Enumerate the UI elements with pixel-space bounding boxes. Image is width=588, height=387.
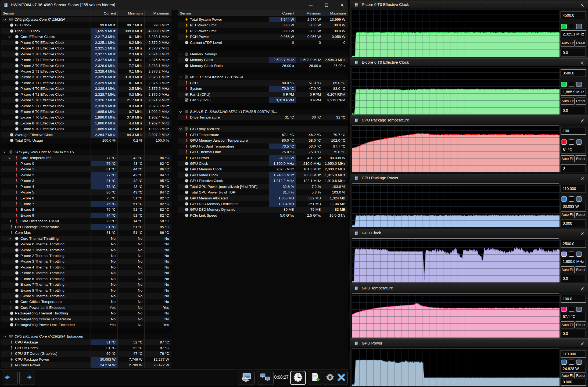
- minimize-button[interactable]: [305, 0, 317, 10]
- scale-max-input[interactable]: 100: [561, 127, 586, 135]
- chevron-down-icon[interactable]: [179, 127, 182, 130]
- sensor-row[interactable]: E-core 6 Thermal ThrottlingNoNoNo: [1, 276, 171, 282]
- maximize-button[interactable]: [320, 0, 333, 10]
- line-color-swatch[interactable]: [561, 82, 567, 87]
- graph-close-icon[interactable]: [579, 175, 585, 181]
- sensor-row[interactable]: PCH Power0.056 W0.056 W0.058 W: [178, 34, 348, 40]
- sensor-row[interactable]: E-core 9 T0 Effective Clock1,885.9 MHz0.…: [1, 126, 171, 132]
- system-summary-button[interactable]: [238, 371, 255, 385]
- scale-min-input[interactable]: 0.0: [561, 49, 586, 56]
- close-button[interactable]: [336, 0, 348, 10]
- sensor-row[interactable]: System70.0 °C47.0 °C83.0 °C: [178, 86, 348, 91]
- reset-button[interactable]: Reset: [575, 155, 586, 162]
- graph-close-icon[interactable]: [579, 60, 585, 66]
- sensor-row[interactable]: GPU Video Clock1,740.0 MHz765.0 MHz1,815…: [178, 172, 348, 178]
- scale-max-input[interactable]: 110.000: [561, 350, 586, 358]
- sensor-row[interactable]: P-core 0 Thermal ThrottlingNoNoNo: [1, 241, 171, 247]
- background-color-swatch[interactable]: [569, 196, 574, 202]
- window-titlebar[interactable]: HWiNFO64 v7.36-4960 Sensor Status [255 v…: [0, 0, 348, 10]
- graph-plot-area[interactable]: [352, 68, 559, 114]
- line-color-swatch[interactable]: [561, 139, 567, 145]
- graph-close-icon[interactable]: [579, 118, 585, 124]
- sensor-row[interactable]: Fan 2 (GPU)3,319 RPM0 RPM3,319 RPM: [178, 97, 348, 103]
- graph-titlebar[interactable]: E-core 6 T0 Effective Clock: [350, 59, 588, 67]
- sensor-row[interactable]: Total System Power7.644 W2.570 W13.999 W: [178, 17, 348, 22]
- sensor-row[interactable]: CPU IA Cores81 °C52 °C87 °C: [1, 345, 171, 351]
- sensor-row[interactable]: P-core 4 T0 Effective Clock2,328.4 MHz2.…: [1, 86, 171, 91]
- sensor-row[interactable]: P-core 3 T1 Effective Clock2,329.9 MHz0.…: [1, 80, 171, 86]
- sensor-row[interactable]: P-core 1 Thermal ThrottlingNoNoNo: [1, 247, 171, 253]
- auto-fit-button[interactable]: Auto Fit: [561, 40, 575, 47]
- sensor-row[interactable]: GPU Thermal Limit75.0 °C75.0 °C75.0 °C: [178, 149, 348, 155]
- col-header-current[interactable]: Current: [91, 10, 116, 17]
- current-value-box[interactable]: 30.093 W: [561, 203, 586, 210]
- graph-close-icon[interactable]: [579, 341, 585, 347]
- sensor-row[interactable]: P-core 076 °C43 °C82 °C: [1, 161, 171, 166]
- sensor-row[interactable]: Core Critical TemperatureNoNoNo: [1, 299, 171, 304]
- background-color-swatch[interactable]: [569, 252, 574, 257]
- graph-titlebar[interactable]: P-core 0 T0 Effective Clock: [350, 1, 588, 9]
- sensor-row[interactable]: Package/Ring Critical TemperatureNoNoNo: [1, 316, 171, 322]
- sensor-row[interactable]: IA Cores Power24.274 W2.709 W26.472 W: [1, 362, 171, 368]
- sensor-row[interactable]: P-core 0 T0 Effective Clock2,325.1 MHz8.…: [1, 40, 171, 45]
- sensor-row[interactable]: P-core 5 T0 Effective Clock2,326.7 MHz21…: [1, 97, 171, 103]
- graph-plot-area[interactable]: [352, 183, 559, 227]
- section-row[interactable]: CPU [#0]: Intel Core i7-13620H: DTS: [1, 149, 171, 155]
- clock-button[interactable]: [290, 371, 306, 385]
- chevron-down-icon[interactable]: [3, 18, 6, 21]
- sensor-row[interactable]: P-core 3 T0 Effective Clock2,329.0 MHz31…: [1, 74, 171, 80]
- grid-color-swatch[interactable]: [576, 252, 582, 257]
- sensor-row[interactable]: CPU Package Power30.093 W7.749 W32.277 W: [1, 357, 171, 362]
- close-button[interactable]: [335, 371, 348, 385]
- sensor-row[interactable]: E-core 675 °C51 °C82 °C: [1, 195, 171, 201]
- sensor-row[interactable]: P-core 5 T1 Effective Clock2,328.9 MHz0.…: [1, 103, 171, 109]
- section-row[interactable]: CPU [#0]: Intel Core i7-13620H: Enhanced: [1, 334, 171, 339]
- graph-close-icon[interactable]: [579, 231, 585, 236]
- current-value-box[interactable]: 67.1 °C: [561, 313, 586, 320]
- graph-plot-area[interactable]: [352, 126, 559, 172]
- grid-color-swatch[interactable]: [576, 82, 582, 87]
- graph-titlebar[interactable]: CPU Package Temperature: [350, 116, 588, 124]
- section-row[interactable]: CPU [#0]: Intel Core i7-13620H: [1, 17, 171, 22]
- sensor-row[interactable]: Memory Clock Ratio26.00 x26.00 x26.00 x: [178, 63, 348, 69]
- sensor-row[interactable]: P-core 277 °C42 °C84 °C: [1, 172, 171, 178]
- grid-color-swatch[interactable]: [576, 24, 582, 29]
- graph-plot-area[interactable]: [352, 238, 559, 282]
- sensor-row[interactable]: E-core 7 T0 Effective Clock1,886.0 MHz37…: [1, 114, 171, 120]
- col-header-maximum[interactable]: Maximum: [323, 10, 346, 17]
- sensor-row[interactable]: E-core 7 Thermal ThrottlingNoNoNo: [1, 282, 171, 287]
- collapse-columns-button[interactable]: [19, 371, 34, 385]
- sensor-row[interactable]: CPU Package81 °C52 °C87 °C: [1, 339, 171, 345]
- sensor-row[interactable]: E-core 6 T0 Effective Clock1,885.9 MHz0.…: [1, 109, 171, 114]
- col-header-minimum[interactable]: Minimum: [296, 10, 321, 17]
- reset-button[interactable]: Reset: [575, 98, 586, 105]
- sensor-row[interactable]: PCIe Link Speed5.0 GT/s2.5 GT/s16.0 GT/s: [178, 213, 348, 218]
- graph-titlebar[interactable]: GPU Power: [350, 339, 588, 347]
- sensor-row[interactable]: GPU Memory Junction Temperature80.0 °C58…: [178, 138, 348, 143]
- chevron-down-icon[interactable]: [9, 237, 11, 239]
- sensor-row[interactable]: Drive Temperature31 °C30 °C31 °C: [178, 114, 348, 120]
- background-color-swatch[interactable]: [569, 139, 574, 145]
- sensor-row[interactable]: P-core 580 °C43 °C84 °C: [1, 189, 171, 195]
- col-header-sensor[interactable]: Sensor: [3, 10, 14, 17]
- col-header-sensor[interactable]: Sensor: [180, 10, 191, 17]
- sensor-row[interactable]: P-core 5 Thermal ThrottlingNoNoNo: [1, 270, 171, 276]
- scale-max-input[interactable]: 3500.0: [561, 69, 586, 77]
- graph-close-icon[interactable]: [579, 286, 585, 292]
- sensor-row[interactable]: Core Power Limit ExceededYesNoYes: [1, 305, 171, 310]
- sensor-row[interactable]: Fan 1 (CPU)0 RPM0 RPM6,207 RPM: [178, 92, 348, 97]
- chevron-down-icon[interactable]: [3, 150, 6, 153]
- grid-color-swatch[interactable]: [576, 360, 582, 365]
- chevron-down-icon[interactable]: [9, 156, 11, 159]
- sensor-row[interactable]: Total GPU Power [% of TDP]31.4 %5.3 %103…: [178, 189, 348, 195]
- grid-color-swatch[interactable]: [576, 196, 582, 202]
- sensor-row[interactable]: P-core 381 °C42 °C85 °C: [1, 178, 171, 184]
- graph-titlebar[interactable]: GPU Clock: [350, 229, 588, 237]
- sensor-row[interactable]: Memory Clock2,593.7 MHz2,593.0 MHz2,594.…: [178, 57, 348, 63]
- sensor-row[interactable]: PL2 Power Limit30.0 W30.0 W30.0 W: [178, 28, 348, 34]
- sensor-row[interactable]: E-core 8 T0 Effective Clock1,886.0 MHz4.…: [1, 120, 171, 126]
- sensor-row[interactable]: Core Effective Clocks2,217.3 MHz0.1 MHz3…: [1, 34, 171, 40]
- sensor-row[interactable]: GPU Temperature67.1 °C46.2 °C79.7 °C: [178, 132, 348, 138]
- reset-button[interactable]: Reset: [575, 266, 586, 273]
- chevron-right-icon[interactable]: [9, 220, 11, 223]
